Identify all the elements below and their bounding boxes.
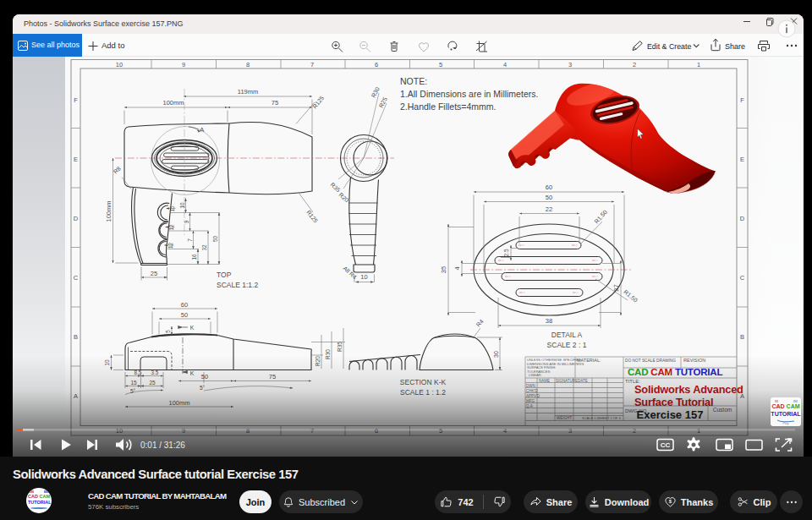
svg-text:TUTORIAL: TUTORIAL [771,411,801,417]
svg-text:CC: CC [661,441,671,449]
svg-text:CAD CAM: CAD CAM [771,403,799,409]
svg-text:0:01 / 31:26: 0:01 / 31:26 [140,441,185,450]
svg-text:Play: Play [783,422,789,425]
svg-text:$: $ [669,499,672,504]
